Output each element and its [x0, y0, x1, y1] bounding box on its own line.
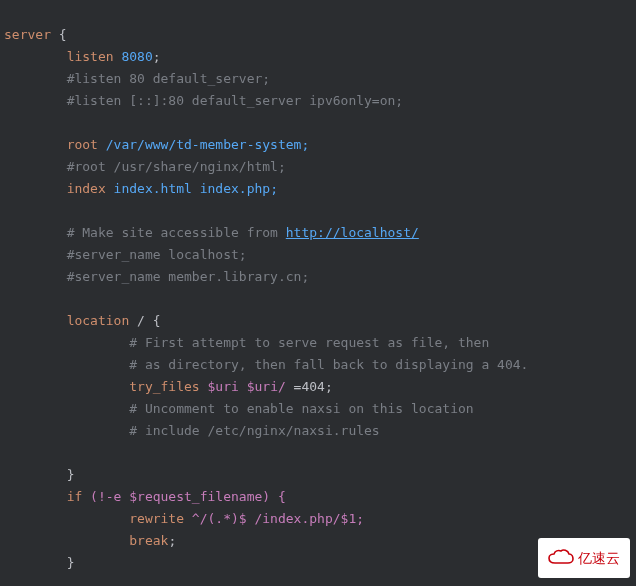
- watermark-logo: 亿速云: [538, 538, 630, 578]
- comment: #server_name member.library.cn;: [67, 269, 310, 284]
- comment: # First attempt to serve request as file…: [129, 335, 489, 350]
- index-files: index.html index.php;: [106, 181, 278, 196]
- comment: #server_name localhost;: [67, 247, 247, 262]
- comment: # as directory, then fall back to displa…: [129, 357, 528, 372]
- url-localhost[interactable]: http://localhost/: [286, 225, 419, 240]
- kw-if: if: [67, 489, 83, 504]
- kw-location: location: [67, 313, 130, 328]
- semi: ;: [153, 49, 161, 64]
- if-cond: (!-e $request_filename) {: [82, 489, 286, 504]
- kw-tryfiles: try_files: [129, 379, 199, 394]
- var-uri-slash: $uri/: [239, 379, 286, 394]
- root-path: /var/www/td-member-system;: [98, 137, 309, 152]
- kw-server: server: [4, 27, 51, 42]
- kw-break: break: [129, 533, 168, 548]
- brace-close: }: [67, 555, 75, 570]
- tryfiles-end: =404;: [286, 379, 333, 394]
- code-block: server { listen 8080; #listen 80 default…: [0, 0, 636, 574]
- kw-listen: listen: [67, 49, 114, 64]
- kw-rewrite: rewrite: [129, 511, 184, 526]
- port: 8080: [114, 49, 153, 64]
- comment: # include /etc/nginx/naxsi.rules: [129, 423, 379, 438]
- brace-close: }: [67, 467, 75, 482]
- comment: #root /usr/share/nginx/html;: [67, 159, 286, 174]
- brace-open: {: [51, 27, 67, 42]
- kw-root: root: [67, 137, 98, 152]
- rewrite-args: ^/(.*)$ /index.php/$1;: [184, 511, 364, 526]
- semi: ;: [168, 533, 176, 548]
- comment: # Uncomment to enable naxsi on this loca…: [129, 401, 473, 416]
- comment: #listen [::]:80 default_server ipv6only=…: [67, 93, 404, 108]
- kw-index: index: [67, 181, 106, 196]
- var-uri: $uri: [200, 379, 239, 394]
- comment: # Make site accessible from: [67, 225, 286, 240]
- comment: #listen 80 default_server;: [67, 71, 271, 86]
- cloud-icon: [548, 549, 574, 567]
- logo-text: 亿速云: [578, 547, 620, 569]
- location-head: / {: [129, 313, 160, 328]
